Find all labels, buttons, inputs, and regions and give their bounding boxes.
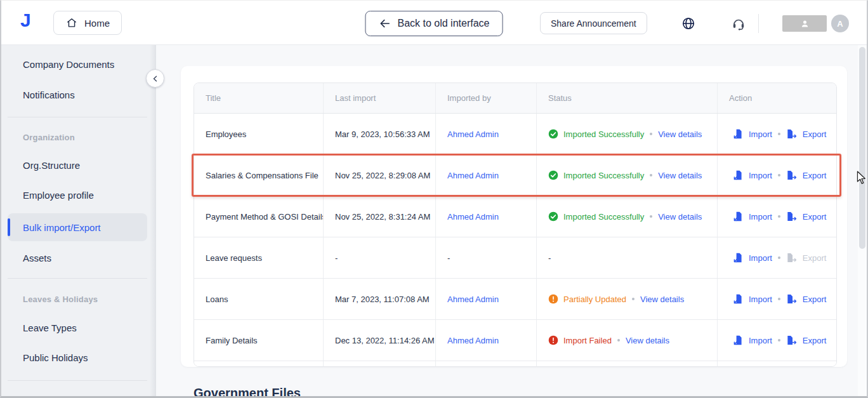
home-button[interactable]: Home (53, 11, 122, 35)
dot-separator (617, 339, 620, 342)
app-window: J Home Back to old interface Share Annou… (0, 0, 868, 398)
row-title: Employees (194, 114, 324, 154)
dot-separator (778, 339, 780, 342)
column-header-last-import: Last import (324, 83, 436, 113)
dot-separator (778, 174, 780, 176)
imported-by-link[interactable]: Ahmed Admin (447, 212, 499, 222)
person-icon (800, 19, 810, 29)
dot-separator (778, 256, 780, 259)
column-header-status: Status (537, 83, 718, 113)
app-logo[interactable]: J (20, 10, 31, 31)
table-row: Leave requests - - - Import Export (194, 237, 836, 279)
export-file-icon[interactable] (786, 129, 797, 139)
export-link-disabled: Export (803, 253, 827, 263)
import-export-card: Title Last import Imported by Status Act… (181, 66, 847, 367)
row-title: Payment Method & GOSI Details (194, 196, 324, 237)
import-link[interactable]: Import (749, 171, 772, 180)
export-link[interactable]: Export (803, 171, 827, 180)
export-file-icon[interactable] (786, 211, 797, 222)
imported-by-link[interactable]: Ahmed Admin (447, 295, 499, 304)
table-row-highlighted: Salaries & Compensations File Nov 25, 20… (194, 155, 836, 196)
back-button-label: Back to old interface (398, 18, 490, 29)
sidebar-item-public-holidays[interactable]: Public Holidays (8, 343, 147, 371)
column-header-imported-by: Imported by (436, 83, 537, 113)
export-file-icon[interactable] (786, 335, 797, 345)
language-globe-button[interactable] (681, 17, 695, 32)
main-content: Title Last import Imported by Status Act… (156, 45, 867, 396)
column-header-title: Title (194, 83, 324, 113)
sidebar-section-leaves-holidays: Leaves & Holidays (23, 295, 98, 304)
home-icon (65, 17, 78, 29)
imported-by-link[interactable]: Ahmed Admin (447, 336, 499, 345)
view-details-link[interactable]: View details (658, 212, 702, 222)
alert-circle-icon (548, 335, 558, 345)
export-link[interactable]: Export (803, 295, 827, 304)
row-last-import: Nov 25, 2022, 8:29:08 AM (324, 155, 436, 196)
imported-by-link[interactable]: Ahmed Admin (447, 129, 499, 139)
sidebar-divider (8, 380, 147, 381)
export-link[interactable]: Export (803, 212, 827, 222)
sidebar-item-assets[interactable]: Assets (8, 244, 147, 272)
sidebar-collapse-button[interactable] (146, 69, 164, 88)
table-row: Payment Method & GOSI Details Nov 25, 20… (194, 196, 836, 237)
table-row: Loans Mar 7, 2023, 11:07:08 AM Ahmed Adm… (194, 279, 836, 320)
import-link[interactable]: Import (749, 336, 772, 345)
import-file-icon[interactable] (733, 170, 743, 180)
view-details-link[interactable]: View details (640, 295, 684, 304)
section-title-government-files: Government Files (194, 386, 301, 398)
row-title: Leave requests (194, 237, 324, 278)
dot-separator (632, 298, 635, 300)
status-text: - (537, 237, 718, 278)
view-details-link[interactable]: View details (658, 171, 702, 180)
column-header-action: Action (718, 83, 836, 113)
support-button[interactable] (731, 16, 746, 33)
dot-separator (778, 133, 780, 135)
sidebar-item-org-structure[interactable]: Org.Structure (8, 151, 147, 179)
import-link[interactable]: Import (749, 253, 772, 263)
import-file-icon[interactable] (733, 129, 743, 139)
row-last-import: Mar 9, 2023, 10:56:33 AM (324, 114, 436, 154)
view-details-link[interactable]: View details (658, 129, 702, 139)
sidebar-item-leave-types[interactable]: Leave Types (8, 314, 147, 342)
import-file-icon[interactable] (733, 335, 743, 345)
arrow-left-icon (379, 17, 391, 30)
import-file-icon[interactable] (733, 253, 743, 263)
sidebar-item-company-documents[interactable]: Company Documents (8, 50, 147, 78)
export-link[interactable]: Export (803, 336, 827, 345)
sidebar-item-employee-profile[interactable]: Employee profile (8, 181, 147, 209)
sidebar: Company Documents Notifications Organiza… (1, 45, 156, 396)
sidebar-divider (8, 117, 147, 117)
sidebar-item-bulk-import-export[interactable]: Bulk import/Export (8, 213, 147, 241)
view-details-link[interactable]: View details (626, 336, 669, 345)
user-name-banner[interactable] (782, 15, 827, 32)
import-file-icon[interactable] (733, 294, 743, 304)
alert-circle-icon (548, 294, 558, 304)
export-link[interactable]: Export (803, 129, 827, 139)
share-announcement-button[interactable]: Share Announcement (540, 12, 647, 34)
export-file-icon[interactable] (786, 170, 797, 180)
row-title: Loans (194, 279, 324, 319)
sidebar-item-notifications[interactable]: Notifications (8, 81, 147, 109)
dot-separator (650, 174, 652, 176)
back-to-old-interface-button[interactable]: Back to old interface (365, 11, 503, 36)
check-circle-icon (548, 211, 558, 222)
row-last-import: - (324, 237, 436, 278)
import-link[interactable]: Import (749, 129, 772, 139)
import-link[interactable]: Import (749, 212, 772, 222)
import-file-icon[interactable] (733, 211, 743, 222)
table-row: Family Details Dec 13, 2022, 11:14:26 AM… (194, 320, 836, 361)
scrollbar-thumb[interactable] (859, 47, 865, 249)
import-link[interactable]: Import (749, 295, 772, 304)
row-last-import: Dec 13, 2022, 11:14:26 AM (324, 320, 436, 361)
page-scrollbar[interactable] (858, 45, 867, 396)
imported-by-link[interactable]: Ahmed Admin (447, 171, 499, 180)
export-file-icon (786, 253, 797, 263)
row-last-import: Mar 7, 2023, 11:07:08 AM (324, 279, 436, 319)
import-export-table: Title Last import Imported by Status Act… (194, 83, 837, 367)
status-text: Imported Successfully (563, 171, 644, 180)
row-title: Salaries & Compensations File (194, 155, 324, 196)
export-file-icon[interactable] (786, 294, 797, 304)
avatar[interactable]: A (831, 15, 849, 32)
row-imported-by: - (436, 237, 537, 278)
table-row-partial (194, 361, 836, 367)
